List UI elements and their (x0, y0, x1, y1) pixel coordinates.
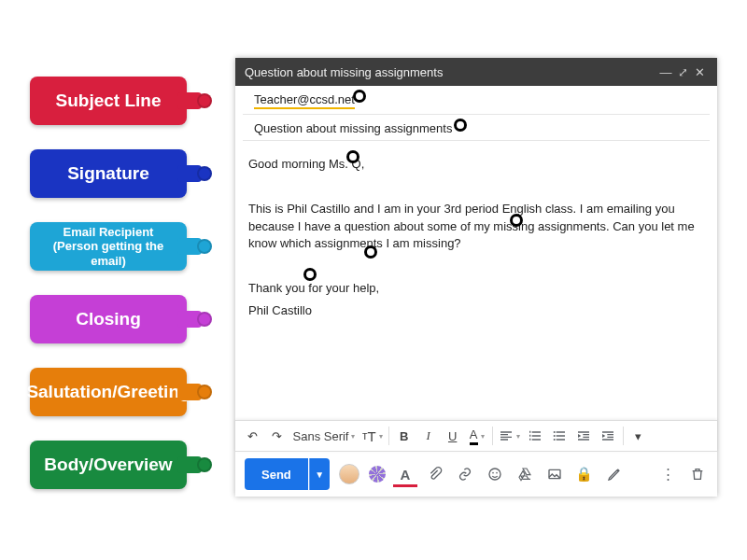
drop-target-subject[interactable] (454, 119, 467, 132)
label-dot[interactable] (197, 93, 212, 108)
font-select[interactable]: Sans Serif (291, 425, 357, 447)
label-text: Salutation/Greeting (26, 382, 190, 402)
separator (623, 427, 624, 445)
label-text: Closing (76, 309, 141, 329)
label-closing[interactable]: Closing (30, 295, 187, 343)
confidential-mode-button[interactable]: 🔒 (574, 464, 595, 484)
align-left-icon (499, 428, 514, 443)
send-bar: Send ▼ A 🔒 ⋮ (235, 452, 717, 497)
insert-photo-button[interactable] (544, 464, 565, 484)
label-signature[interactable]: Signature (30, 149, 187, 198)
signature-text: Phil Castillo (248, 302, 704, 319)
send-button[interactable]: Send (245, 458, 308, 490)
insert-signature-button[interactable] (604, 464, 625, 484)
link-icon (458, 467, 472, 482)
indent-less-button[interactable] (574, 425, 593, 447)
svg-point-2 (553, 439, 555, 441)
drop-target-closing[interactable] (364, 245, 377, 259)
paperclip-icon (428, 467, 443, 482)
svg-point-4 (492, 472, 494, 474)
compose-window: Question about missing assignments — ⤢ ✕… (235, 58, 717, 497)
separator (492, 427, 493, 445)
label-dot[interactable] (197, 166, 212, 181)
drop-target-body[interactable] (510, 214, 523, 227)
pen-icon (607, 467, 622, 482)
underline-button[interactable]: U (444, 425, 462, 447)
svg-point-3 (489, 469, 500, 480)
svg-point-0 (553, 431, 555, 433)
bulleted-list-button[interactable] (550, 425, 569, 447)
window-title: Question about missing assignments (245, 65, 657, 79)
label-text: Body/Overview (44, 455, 172, 475)
drop-target-greeting[interactable] (346, 150, 359, 163)
insert-drive-button[interactable] (514, 464, 535, 484)
label-subject-line[interactable]: Subject Line (30, 77, 187, 125)
send-options-button[interactable]: ▼ (309, 458, 330, 490)
italic-button[interactable]: I (419, 425, 438, 447)
expand-icon[interactable]: ⤢ (674, 65, 691, 79)
subject-value: Question about missing assignments (254, 121, 452, 135)
closing-text: Thank you for your help, (248, 280, 704, 297)
drop-target-signature[interactable] (303, 268, 317, 281)
label-salutation[interactable]: Salutation/Greeting (30, 368, 187, 416)
formatting-toolbar: ↶ ↷ Sans Serif тT B I U A ▾ (235, 420, 717, 452)
font-size-button[interactable]: тT (362, 425, 383, 447)
formatting-toggle-button[interactable]: A (395, 464, 416, 484)
compose-body[interactable]: Good morning Ms. Q, This is Phil Castill… (235, 141, 717, 420)
greeting-text: Good morning Ms. Q, (248, 156, 704, 173)
separator (388, 427, 389, 445)
labels-column: Subject Line Signature Email Recipient (… (30, 77, 189, 513)
body-text: This is Phil Castillo and I am in your 3… (248, 201, 704, 252)
gear-icon[interactable] (369, 466, 386, 483)
undo-button[interactable]: ↶ (243, 425, 261, 447)
compose-titlebar: Question about missing assignments — ⤢ ✕ (235, 58, 717, 86)
close-icon[interactable]: ✕ (691, 65, 708, 79)
align-button[interactable] (499, 425, 520, 447)
label-dot[interactable] (197, 312, 212, 327)
redo-button[interactable]: ↷ (267, 425, 286, 447)
label-dot[interactable] (197, 457, 212, 472)
attach-file-button[interactable] (425, 464, 445, 484)
avatar-icon[interactable] (339, 464, 359, 484)
insert-link-button[interactable] (455, 464, 475, 484)
label-body-overview[interactable]: Body/Overview (30, 441, 187, 489)
more-formatting-button[interactable]: ▾ (629, 425, 648, 447)
indent-more-button[interactable] (599, 425, 617, 447)
bulleted-list-icon (552, 428, 567, 443)
numbered-list-icon (528, 428, 543, 443)
minimize-icon[interactable]: — (657, 65, 674, 79)
label-dot[interactable] (197, 385, 212, 399)
trash-icon (690, 467, 705, 482)
image-icon (547, 467, 562, 482)
label-email-recipient[interactable]: Email Recipient (Person getting the emai… (30, 222, 187, 271)
recipient-field[interactable]: Teacher@ccsd.net (243, 86, 710, 115)
text-color-button[interactable]: A (468, 425, 486, 447)
label-text: Email Recipient (Person getting the emai… (39, 225, 177, 269)
subject-field[interactable]: Question about missing assignments (243, 115, 710, 141)
bold-button[interactable]: B (395, 425, 414, 447)
more-options-button[interactable]: ⋮ (657, 464, 678, 484)
drive-icon (517, 467, 532, 482)
svg-point-5 (496, 472, 498, 474)
indent-more-icon (600, 428, 615, 443)
drop-target-recipient[interactable] (353, 90, 366, 103)
indent-less-icon (576, 428, 591, 443)
insert-emoji-button[interactable] (485, 464, 505, 484)
smile-icon (487, 467, 502, 482)
numbered-list-button[interactable] (526, 425, 544, 447)
recipient-value: Teacher@ccsd.net (254, 92, 355, 109)
label-dot[interactable] (197, 239, 212, 254)
svg-point-1 (553, 435, 555, 437)
discard-draft-button[interactable] (687, 464, 708, 484)
label-text: Subject Line (56, 91, 162, 111)
label-text: Signature (67, 163, 149, 184)
